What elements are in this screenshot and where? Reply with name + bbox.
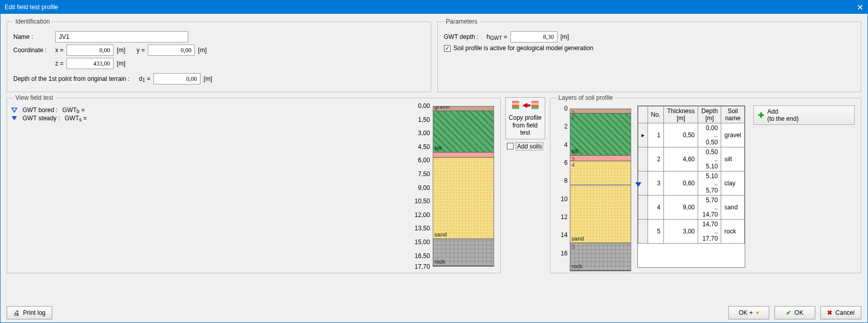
tick-label: 7,50 (418, 170, 430, 178)
layers-table[interactable]: No. Thickness [m] Depth [m] Soil name ▸1… (637, 105, 745, 268)
add-sublabel: (to the end) (767, 115, 798, 122)
layers-profile-legend: Layers of soil profile (557, 94, 615, 101)
coordinate-label: Coordinate : (13, 47, 52, 54)
tick-label: 6 (564, 159, 568, 166)
depth1-label: Depth of the 1st point from original ter… (13, 75, 129, 82)
tick-label: 3,00 (418, 130, 430, 137)
z-label: z = (55, 60, 63, 67)
view-field-test-group: View field test GWT bored : GWTb = GWT (7, 94, 501, 273)
tick-label: 16 (561, 250, 567, 257)
svg-rect-9 (531, 105, 539, 107)
x-input[interactable] (66, 45, 114, 56)
tick-label: 12 (561, 213, 567, 221)
x-unit: [m] (117, 47, 125, 54)
gwt-bored-label: GWT bored : (23, 106, 57, 114)
content: Identification Name : Coordinate : x = [… (1, 14, 867, 303)
plus-icon: ✚ (758, 111, 764, 119)
table-row[interactable]: ▸10,500,00 .. 0,50gravel (638, 123, 744, 147)
layers-profile-group: Layers of soil profile 0246810121416 1 s… (550, 94, 861, 273)
z-unit: [m] (117, 60, 125, 67)
tick-label: 10 (561, 196, 567, 203)
active-checkbox[interactable]: ✓ (444, 45, 451, 52)
col-thickness[interactable]: Thickness [m] (664, 106, 698, 123)
gwt-bored-icon (11, 107, 17, 113)
field-test-profile-chart: 0,001,503,004,506,007,509,0010,5012,0013… (408, 104, 494, 268)
tick-label: 16,50 (415, 252, 430, 260)
cell-depth: 0,50 .. 5,10 (698, 147, 721, 171)
add-soils-label: Add soils (516, 142, 544, 150)
gwt-steady-label: GWT steady : (23, 115, 60, 122)
cell-thickness: 0,60 (664, 171, 698, 196)
gwt-bored-sym: GWTb = (60, 106, 84, 114)
cell-no: 2 (648, 147, 664, 171)
svg-rect-8 (531, 103, 539, 105)
active-label: Soil profile is active for geological mo… (454, 45, 594, 52)
parameters-legend: Parameters (444, 18, 480, 25)
add-label: Add (767, 108, 778, 115)
cell-depth: 5,10 .. 5,70 (698, 171, 721, 196)
cell-depth: 14,70 .. 17,70 (698, 220, 721, 244)
tick-label: 14 (561, 231, 567, 239)
field-test-column: gravel silt sand rock (433, 106, 494, 267)
tick-label: 9,00 (418, 184, 430, 191)
check-icon: ✔ (786, 309, 791, 316)
hgwt-label: hGWT = (486, 33, 507, 40)
svg-rect-7 (531, 101, 539, 103)
cell-no: 4 (648, 196, 664, 220)
col-depth[interactable]: Depth [m] (698, 106, 721, 123)
table-row[interactable]: 24,600,50 .. 5,10silt (638, 147, 744, 171)
arrow-down-icon: ▾ (756, 309, 759, 316)
add-soils-checkbox[interactable] (507, 143, 514, 149)
dialog-window: Edit field test profile ✕ Identification… (0, 0, 868, 323)
cell-thickness: 3,00 (664, 220, 698, 244)
copy-profile-button[interactable]: Copy profile from field test (505, 97, 545, 139)
cell-thickness: 4,60 (664, 147, 698, 171)
cell-soilname: rock (721, 220, 745, 244)
table-row[interactable]: 30,605,10 .. 5,70clay (638, 171, 744, 196)
cancel-button[interactable]: ✖ Cancel (820, 306, 861, 319)
add-layer-button[interactable]: ✚ Add (to the end) (753, 105, 855, 125)
gwt-unit: [m] (561, 33, 569, 40)
view-field-test-legend: View field test (13, 94, 55, 101)
ok-button[interactable]: ✔ OK (774, 306, 815, 319)
tick-label: 2 (564, 123, 568, 130)
tick-label: 13,50 (415, 225, 430, 232)
svg-rect-4 (512, 105, 519, 107)
close-icon[interactable]: ✕ (843, 3, 863, 12)
tick-label: 10,50 (415, 198, 430, 205)
tick-label: 1,50 (418, 116, 430, 123)
col-no[interactable]: No. (648, 106, 664, 123)
gwt-depth-label: GWT depth : (444, 33, 479, 40)
d1-input[interactable] (153, 73, 201, 84)
table-row[interactable]: 53,0014,70 .. 17,70rock (638, 220, 744, 244)
parameters-group: Parameters GWT depth : hGWT = [m] ✓ Soil… (437, 18, 862, 92)
name-input[interactable] (55, 31, 188, 42)
svg-marker-0 (12, 108, 17, 112)
cell-soilname: sand (721, 196, 745, 220)
tick-label: 8 (564, 177, 568, 184)
table-row[interactable]: 49,005,70 .. 14,70sand (638, 196, 744, 220)
tick-label: 15,00 (415, 239, 430, 246)
cell-soilname: silt (721, 147, 745, 171)
d1-label: d1 = (139, 75, 150, 82)
cell-depth: 5,70 .. 14,70 (698, 196, 721, 220)
tick-label: 4 (564, 141, 568, 148)
cell-no: 3 (648, 171, 664, 196)
tick-label: 6,00 (418, 157, 430, 164)
ok-plus-button[interactable]: OK + ▾ (728, 306, 769, 319)
x-label: x = (55, 47, 63, 54)
soil-profile-chart: 0246810121416 1 silt2 3 sand4 rock5 (557, 105, 633, 268)
z-input[interactable] (66, 58, 114, 69)
print-log-button[interactable]: 🖨 Print log (7, 306, 52, 319)
y-input[interactable] (148, 45, 195, 56)
tick-label: 17,70 (415, 263, 430, 270)
footer: 🖨 Print log OK + ▾ ✔ OK ✖ Cancel (1, 303, 867, 322)
svg-rect-5 (512, 107, 519, 109)
gwt-depth-input[interactable] (510, 31, 558, 42)
svg-marker-6 (522, 103, 530, 108)
cell-soilname: gravel (721, 123, 745, 147)
copy-panel: Copy profile from field test Add soils (505, 94, 546, 299)
tick-label: 12,00 (415, 211, 430, 219)
col-soilname[interactable]: Soil name (721, 106, 745, 123)
d1-unit: [m] (204, 75, 212, 82)
